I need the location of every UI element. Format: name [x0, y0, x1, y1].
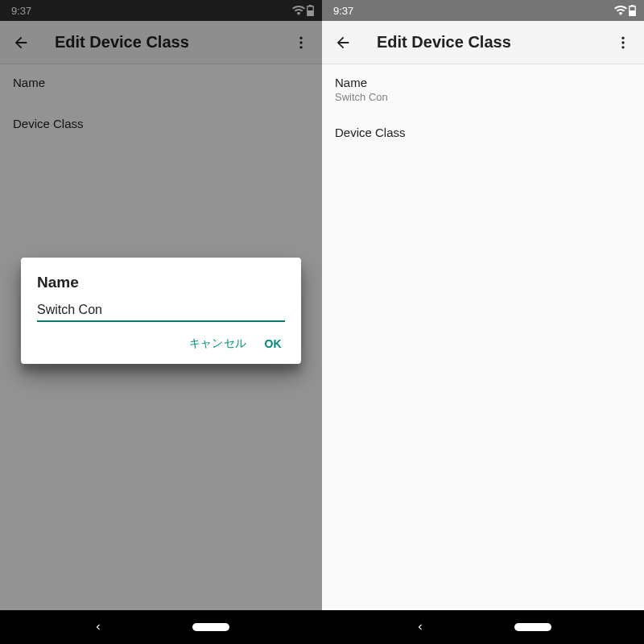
svg-point-5 [621, 36, 624, 39]
status-icons [614, 5, 636, 16]
system-nav-bar [0, 610, 322, 644]
field-value: Switch Con [335, 91, 631, 103]
nav-back-button[interactable] [93, 621, 104, 633]
dialog-title: Name [37, 274, 285, 291]
nav-home-pill[interactable] [514, 623, 551, 631]
nav-home-pill[interactable] [192, 623, 229, 631]
status-time: 9:37 [333, 5, 353, 17]
field-row-name[interactable]: Name Switch Con [322, 64, 644, 105]
phone-right: 9:37 Edit Device Class Name Switch Con D… [322, 0, 644, 644]
name-input[interactable] [37, 303, 285, 317]
svg-rect-4 [630, 7, 634, 10]
arrow-back-icon [334, 34, 352, 52]
ok-button[interactable]: OK [264, 336, 282, 351]
back-button[interactable] [327, 27, 359, 59]
app-bar: Edit Device Class [322, 21, 644, 64]
appbar-title: Edit Device Class [377, 33, 607, 52]
svg-point-6 [621, 41, 624, 43]
edit-name-dialog: Name キャンセル OK [21, 258, 301, 364]
field-label: Device Class [335, 126, 631, 139]
more-vert-icon [615, 35, 631, 51]
battery-icon [629, 5, 636, 16]
overflow-button[interactable] [607, 27, 639, 59]
cancel-button[interactable]: キャンセル [189, 336, 247, 351]
chevron-left-icon [415, 621, 426, 633]
chevron-left-icon [93, 621, 104, 633]
content-area: Name Switch Con Device Class [322, 64, 644, 610]
phone-left: 9:37 Edit Device Class Name Device Class [0, 0, 322, 644]
system-nav-bar [322, 610, 644, 644]
dialog-actions: キャンセル OK [37, 322, 285, 359]
field-label: Name [335, 76, 631, 89]
svg-point-7 [621, 46, 624, 48]
field-row-device-class[interactable]: Device Class [322, 105, 644, 151]
dialog-input-underline [37, 303, 285, 322]
nav-back-button[interactable] [415, 621, 426, 633]
status-bar: 9:37 [322, 0, 644, 21]
wifi-icon [614, 6, 627, 15]
